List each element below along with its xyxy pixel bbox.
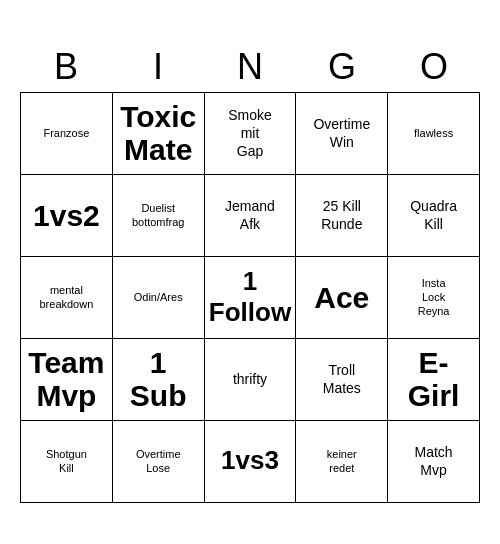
bingo-cell: 25 KillRunde [296, 175, 388, 257]
bingo-cell: TrollMates [296, 339, 388, 421]
bingo-cell: 1Sub [113, 339, 205, 421]
bingo-cell: 1vs3 [205, 421, 297, 503]
header-letter: G [296, 42, 388, 92]
bingo-cell: flawless [388, 93, 480, 175]
bingo-cell: ShotgunKill [21, 421, 113, 503]
bingo-cell: E-Girl [388, 339, 480, 421]
bingo-cell: QuadraKill [388, 175, 480, 257]
bingo-cell: thrifty [205, 339, 297, 421]
bingo-cell: MatchMvp [388, 421, 480, 503]
header-letter: N [204, 42, 296, 92]
bingo-cell: Franzose [21, 93, 113, 175]
header-letter: I [112, 42, 204, 92]
bingo-cell: JemandAfk [205, 175, 297, 257]
bingo-cell: Ace [296, 257, 388, 339]
bingo-grid: FranzoseToxicMateSmokemitGapOvertimeWinf… [20, 92, 480, 503]
bingo-card: BINGO FranzoseToxicMateSmokemitGapOverti… [20, 42, 480, 503]
bingo-cell: OvertimeWin [296, 93, 388, 175]
bingo-cell: keinerredet [296, 421, 388, 503]
bingo-cell: ToxicMate [113, 93, 205, 175]
header-letter: O [388, 42, 480, 92]
bingo-cell: Duelistbottomfrag [113, 175, 205, 257]
bingo-cell: OvertimeLose [113, 421, 205, 503]
bingo-cell: 1vs2 [21, 175, 113, 257]
bingo-cell: SmokemitGap [205, 93, 297, 175]
bingo-cell: mentalbreakdown [21, 257, 113, 339]
bingo-cell: TeamMvp [21, 339, 113, 421]
bingo-cell: 1Follow [205, 257, 297, 339]
bingo-cell: InstaLockReyna [388, 257, 480, 339]
bingo-header: BINGO [20, 42, 480, 92]
bingo-cell: Odin/Ares [113, 257, 205, 339]
header-letter: B [20, 42, 112, 92]
